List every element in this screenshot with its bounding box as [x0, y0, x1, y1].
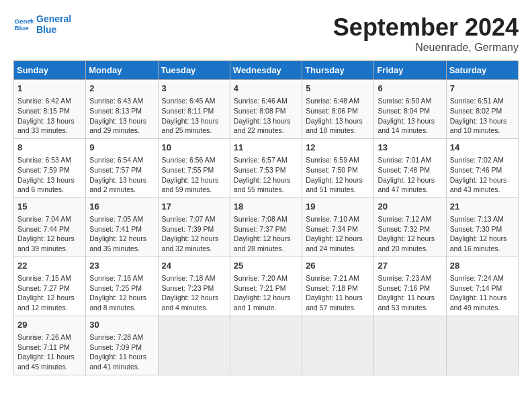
day-info: Sunrise: 7:20 AM Sunset: 7:21 PM Dayligh… — [234, 273, 298, 313]
calendar-week-row: 1Sunrise: 6:42 AM Sunset: 8:15 PM Daylig… — [14, 80, 519, 139]
weekday-header-tuesday: Tuesday — [158, 61, 230, 80]
day-info: Sunrise: 7:26 AM Sunset: 7:11 PM Dayligh… — [17, 332, 82, 372]
day-info: Sunrise: 7:05 AM Sunset: 7:41 PM Dayligh… — [89, 214, 154, 254]
day-info: Sunrise: 6:56 AM Sunset: 7:55 PM Dayligh… — [162, 155, 226, 195]
weekday-header-friday: Friday — [374, 61, 446, 80]
calendar-day-cell: 11Sunrise: 6:57 AM Sunset: 7:53 PM Dayli… — [230, 138, 302, 197]
calendar-day-cell: 25Sunrise: 7:20 AM Sunset: 7:21 PM Dayli… — [230, 257, 302, 316]
day-info: Sunrise: 7:18 AM Sunset: 7:23 PM Dayligh… — [162, 273, 226, 313]
svg-text:Blue: Blue — [15, 24, 30, 32]
calendar-table: SundayMondayTuesdayWednesdayThursdayFrid… — [13, 60, 519, 375]
weekday-header-monday: Monday — [86, 61, 158, 80]
calendar-day-cell: 27Sunrise: 7:23 AM Sunset: 7:16 PM Dayli… — [374, 257, 446, 316]
calendar-day-cell: 26Sunrise: 7:21 AM Sunset: 7:18 PM Dayli… — [302, 257, 374, 316]
calendar-day-cell: 3Sunrise: 6:45 AM Sunset: 8:11 PM Daylig… — [158, 80, 230, 139]
day-info: Sunrise: 6:59 AM Sunset: 7:50 PM Dayligh… — [306, 155, 370, 195]
calendar-day-cell — [374, 316, 446, 375]
day-info: Sunrise: 7:21 AM Sunset: 7:18 PM Dayligh… — [306, 273, 370, 313]
day-number: 22 — [17, 260, 82, 272]
calendar-week-row: 8Sunrise: 6:53 AM Sunset: 7:59 PM Daylig… — [14, 138, 519, 197]
calendar-day-cell: 19Sunrise: 7:10 AM Sunset: 7:34 PM Dayli… — [302, 197, 374, 257]
day-info: Sunrise: 7:04 AM Sunset: 7:44 PM Dayligh… — [17, 214, 82, 254]
logo: General Blue GeneralBlue — [13, 13, 71, 35]
weekday-header-sunday: Sunday — [14, 61, 86, 80]
calendar-day-cell: 2Sunrise: 6:43 AM Sunset: 8:13 PM Daylig… — [86, 80, 158, 139]
day-info: Sunrise: 6:48 AM Sunset: 8:06 PM Dayligh… — [306, 96, 370, 136]
day-info: Sunrise: 6:57 AM Sunset: 7:53 PM Dayligh… — [234, 155, 298, 195]
day-number: 8 — [17, 142, 82, 154]
day-info: Sunrise: 6:54 AM Sunset: 7:57 PM Dayligh… — [89, 155, 154, 195]
day-number: 3 — [162, 83, 226, 95]
day-number: 14 — [450, 142, 515, 154]
day-info: Sunrise: 7:07 AM Sunset: 7:39 PM Dayligh… — [162, 214, 226, 254]
day-info: Sunrise: 7:23 AM Sunset: 7:16 PM Dayligh… — [378, 273, 442, 313]
location: Neuenrade, Germany — [333, 42, 519, 54]
day-info: Sunrise: 7:01 AM Sunset: 7:48 PM Dayligh… — [378, 155, 442, 195]
calendar-day-cell: 5Sunrise: 6:48 AM Sunset: 8:06 PM Daylig… — [302, 80, 374, 139]
calendar-day-cell: 22Sunrise: 7:15 AM Sunset: 7:27 PM Dayli… — [14, 257, 86, 316]
calendar-day-cell: 18Sunrise: 7:08 AM Sunset: 7:37 PM Dayli… — [230, 197, 302, 257]
day-number: 17 — [162, 201, 226, 213]
calendar-day-cell: 29Sunrise: 7:26 AM Sunset: 7:11 PM Dayli… — [14, 316, 86, 375]
day-number: 26 — [306, 260, 370, 272]
calendar-day-cell: 30Sunrise: 7:28 AM Sunset: 7:09 PM Dayli… — [86, 316, 158, 375]
page-header: General Blue GeneralBlue September 2024 … — [13, 13, 519, 54]
calendar-day-cell — [302, 316, 374, 375]
day-number: 2 — [89, 83, 154, 95]
calendar-week-row: 29Sunrise: 7:26 AM Sunset: 7:11 PM Dayli… — [14, 316, 519, 375]
day-number: 13 — [378, 142, 442, 154]
calendar-day-cell: 21Sunrise: 7:13 AM Sunset: 7:30 PM Dayli… — [446, 197, 518, 257]
calendar-day-cell — [230, 316, 302, 375]
day-number: 23 — [89, 260, 154, 272]
calendar-day-cell: 10Sunrise: 6:56 AM Sunset: 7:55 PM Dayli… — [158, 138, 230, 197]
day-number: 16 — [89, 201, 154, 213]
calendar-body: 1Sunrise: 6:42 AM Sunset: 8:15 PM Daylig… — [14, 80, 519, 375]
calendar-header-row: SundayMondayTuesdayWednesdayThursdayFrid… — [14, 61, 519, 80]
day-number: 19 — [306, 201, 370, 213]
day-number: 21 — [450, 201, 515, 213]
day-number: 11 — [234, 142, 298, 154]
calendar-day-cell: 1Sunrise: 6:42 AM Sunset: 8:15 PM Daylig… — [14, 80, 86, 139]
calendar-week-row: 22Sunrise: 7:15 AM Sunset: 7:27 PM Dayli… — [14, 257, 519, 316]
title-block: September 2024 Neuenrade, Germany — [333, 13, 519, 54]
weekday-header-wednesday: Wednesday — [230, 61, 302, 80]
day-number: 29 — [17, 319, 82, 331]
day-info: Sunrise: 6:42 AM Sunset: 8:15 PM Dayligh… — [17, 96, 82, 136]
logo-text: GeneralBlue — [36, 13, 71, 35]
day-info: Sunrise: 7:02 AM Sunset: 7:46 PM Dayligh… — [450, 155, 515, 195]
day-number: 6 — [378, 83, 442, 95]
day-info: Sunrise: 7:10 AM Sunset: 7:34 PM Dayligh… — [306, 214, 370, 254]
day-number: 4 — [234, 83, 298, 95]
day-info: Sunrise: 6:45 AM Sunset: 8:11 PM Dayligh… — [162, 96, 226, 136]
logo-icon: General Blue — [13, 14, 34, 34]
day-number: 10 — [162, 142, 226, 154]
calendar-day-cell — [158, 316, 230, 375]
day-info: Sunrise: 7:08 AM Sunset: 7:37 PM Dayligh… — [234, 214, 298, 254]
calendar-day-cell: 4Sunrise: 6:46 AM Sunset: 8:08 PM Daylig… — [230, 80, 302, 139]
calendar-day-cell: 13Sunrise: 7:01 AM Sunset: 7:48 PM Dayli… — [374, 138, 446, 197]
day-number: 7 — [450, 83, 515, 95]
calendar-day-cell: 24Sunrise: 7:18 AM Sunset: 7:23 PM Dayli… — [158, 257, 230, 316]
calendar-day-cell: 28Sunrise: 7:24 AM Sunset: 7:14 PM Dayli… — [446, 257, 518, 316]
calendar-day-cell: 16Sunrise: 7:05 AM Sunset: 7:41 PM Dayli… — [86, 197, 158, 257]
day-number: 9 — [89, 142, 154, 154]
calendar-day-cell: 20Sunrise: 7:12 AM Sunset: 7:32 PM Dayli… — [374, 197, 446, 257]
day-info: Sunrise: 7:13 AM Sunset: 7:30 PM Dayligh… — [450, 214, 515, 254]
day-number: 15 — [17, 201, 82, 213]
day-info: Sunrise: 6:46 AM Sunset: 8:08 PM Dayligh… — [234, 96, 298, 136]
calendar-day-cell: 14Sunrise: 7:02 AM Sunset: 7:46 PM Dayli… — [446, 138, 518, 197]
day-info: Sunrise: 6:53 AM Sunset: 7:59 PM Dayligh… — [17, 155, 82, 195]
calendar-day-cell — [446, 316, 518, 375]
calendar-day-cell: 23Sunrise: 7:16 AM Sunset: 7:25 PM Dayli… — [86, 257, 158, 316]
day-number: 5 — [306, 83, 370, 95]
day-info: Sunrise: 7:24 AM Sunset: 7:14 PM Dayligh… — [450, 273, 515, 313]
day-number: 1 — [17, 83, 82, 95]
day-info: Sunrise: 6:43 AM Sunset: 8:13 PM Dayligh… — [89, 96, 154, 136]
day-info: Sunrise: 7:28 AM Sunset: 7:09 PM Dayligh… — [89, 332, 154, 372]
day-number: 25 — [234, 260, 298, 272]
day-number: 24 — [162, 260, 226, 272]
calendar-day-cell: 15Sunrise: 7:04 AM Sunset: 7:44 PM Dayli… — [14, 197, 86, 257]
day-info: Sunrise: 6:50 AM Sunset: 8:04 PM Dayligh… — [378, 96, 442, 136]
day-number: 18 — [234, 201, 298, 213]
weekday-header-saturday: Saturday — [446, 61, 518, 80]
